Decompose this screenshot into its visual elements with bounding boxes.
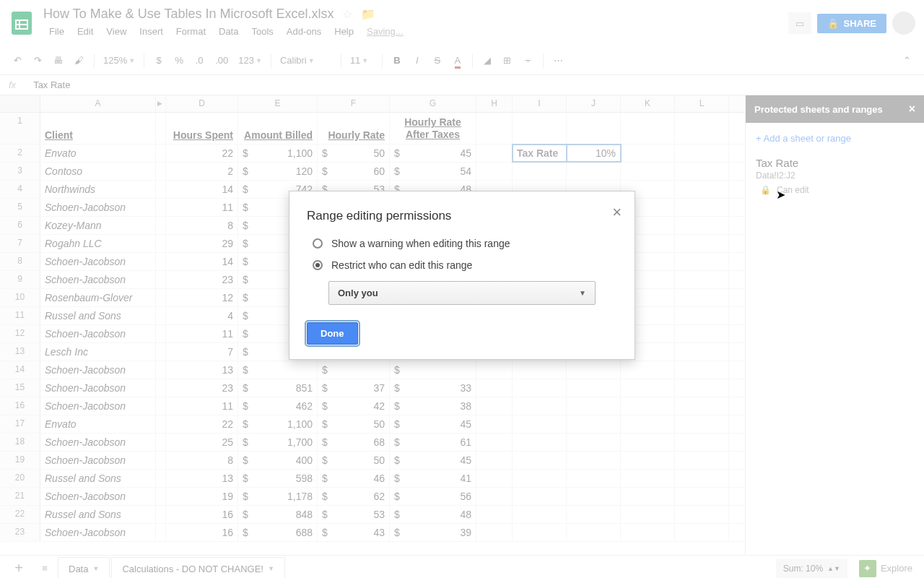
cell[interactable]: $50 — [318, 452, 390, 469]
row-header[interactable]: 5 — [0, 199, 40, 216]
cell[interactable]: $41 — [390, 470, 476, 487]
menu-tools[interactable]: Tools — [245, 23, 279, 40]
column-header-J[interactable]: J — [567, 95, 621, 112]
column-header-K[interactable]: K — [621, 95, 675, 112]
cell[interactable]: Rogahn LLC — [40, 235, 156, 252]
row-header[interactable]: 14 — [0, 361, 40, 379]
cell[interactable]: $1,100 — [238, 144, 318, 162]
decrease-decimal-button[interactable]: .0 — [191, 52, 208, 69]
cell[interactable]: 7 — [166, 343, 238, 361]
cell[interactable]: Schoen-Jacobson — [40, 434, 156, 451]
cell[interactable]: Rosenbaum-Glover — [40, 289, 156, 306]
cell[interactable]: 16 — [166, 506, 238, 523]
cell[interactable]: $ — [390, 361, 476, 379]
cell[interactable]: $45 — [390, 144, 476, 162]
cell[interactable]: $53 — [318, 506, 390, 523]
add-sheet-button[interactable]: + — [6, 560, 32, 577]
all-sheets-button[interactable]: ≡ — [32, 563, 58, 574]
cell[interactable]: $848 — [238, 506, 318, 523]
tax-rate-value-cell[interactable]: 10% — [567, 144, 621, 162]
cell[interactable]: Schoen-Jacobson — [40, 452, 156, 469]
user-avatar[interactable] — [892, 12, 915, 35]
cell[interactable]: 4 — [166, 307, 238, 324]
cell[interactable]: Schoen-Jacobson — [40, 397, 156, 415]
header-after-tax[interactable]: Hourly Rate After Taxes — [390, 113, 476, 144]
menu-insert[interactable]: Insert — [134, 23, 169, 40]
cell[interactable]: $851 — [238, 379, 318, 397]
add-range-button[interactable]: + Add a sheet or range — [756, 133, 914, 144]
percent-button[interactable]: % — [170, 52, 188, 69]
cell[interactable]: $ — [238, 361, 318, 379]
column-header-I[interactable]: I — [513, 95, 567, 112]
menu-file[interactable]: File — [43, 23, 70, 40]
cell[interactable]: $45 — [390, 452, 476, 469]
row-header[interactable]: 12 — [0, 325, 40, 342]
cell[interactable]: $50 — [318, 415, 390, 433]
row-header[interactable]: 16 — [0, 397, 40, 415]
currency-button[interactable]: $ — [150, 52, 167, 69]
font-dropdown[interactable]: Calibri▼ — [277, 52, 335, 69]
cell[interactable]: 25 — [166, 434, 238, 451]
folder-icon[interactable]: 📁 — [361, 7, 375, 21]
cell[interactable]: 14 — [166, 181, 238, 198]
cell[interactable]: $60 — [318, 163, 390, 180]
bold-button[interactable]: B — [388, 52, 406, 69]
cell[interactable]: 13 — [166, 470, 238, 487]
cell[interactable]: 23 — [166, 379, 238, 397]
document-title[interactable]: How To Make & Use Tables In Microsoft Ex… — [43, 7, 334, 22]
cell[interactable]: $42 — [318, 397, 390, 415]
column-header-H[interactable]: H — [476, 95, 513, 112]
cell[interactable]: Schoen-Jacobson — [40, 253, 156, 270]
cell[interactable]: $598 — [238, 470, 318, 487]
cell[interactable]: Schoen-Jacobson — [40, 524, 156, 541]
merge-button[interactable]: ⫟ — [519, 52, 537, 69]
cell[interactable]: 13 — [166, 361, 238, 379]
row-header[interactable]: 2 — [0, 144, 40, 162]
cell[interactable]: 11 — [166, 325, 238, 342]
cell[interactable]: 16 — [166, 524, 238, 541]
protected-range-item[interactable]: Tax Rate Data!I2:J2 🔒 Can edit — [756, 157, 914, 195]
cell[interactable]: Schoen-Jacobson — [40, 271, 156, 288]
cell[interactable]: $38 — [390, 397, 476, 415]
sheet-tab-data[interactable]: Data▼ — [58, 557, 110, 579]
borders-button[interactable]: ⊞ — [499, 52, 516, 69]
collapse-toolbar-button[interactable]: ⌃ — [898, 52, 915, 69]
cell[interactable]: Kozey-Mann — [40, 217, 156, 234]
header-rate[interactable]: Hourly Rate — [318, 113, 390, 144]
cell[interactable]: 19 — [166, 488, 238, 505]
row-header[interactable]: 1 — [0, 113, 40, 144]
more-button[interactable]: ⋯ — [549, 52, 567, 69]
restrict-editor-dropdown[interactable]: Only you▼ — [328, 281, 596, 305]
cell[interactable]: 22 — [166, 144, 238, 162]
cell[interactable]: $1,100 — [238, 415, 318, 433]
cell[interactable]: $120 — [238, 163, 318, 180]
row-header[interactable]: 13 — [0, 343, 40, 361]
row-header[interactable]: 9 — [0, 271, 40, 288]
cell[interactable]: Schoen-Jacobson — [40, 361, 156, 379]
row-header[interactable]: 19 — [0, 452, 40, 469]
share-button[interactable]: 🔒 SHARE — [817, 14, 886, 33]
paint-format-button[interactable]: 🖌 — [70, 52, 88, 69]
increase-decimal-button[interactable]: .00 — [211, 52, 232, 69]
column-header-A[interactable]: A — [40, 95, 156, 112]
cell[interactable]: 22 — [166, 415, 238, 433]
cell[interactable]: $1,178 — [238, 488, 318, 505]
menu-format[interactable]: Format — [170, 23, 212, 40]
cell[interactable]: 11 — [166, 199, 238, 216]
cell[interactable]: 23 — [166, 271, 238, 288]
cell[interactable]: $48 — [390, 506, 476, 523]
row-header[interactable]: 23 — [0, 524, 40, 541]
cell[interactable]: $33 — [390, 379, 476, 397]
formula-value[interactable]: Tax Rate — [33, 79, 70, 90]
cell[interactable]: $400 — [238, 452, 318, 469]
sheet-tab-calculations[interactable]: Calculations - DO NOT CHANGE!▼ — [111, 557, 284, 579]
option-warning[interactable]: Show a warning when editing this range — [307, 238, 617, 249]
cell[interactable]: Schoen-Jacobson — [40, 379, 156, 397]
column-header-E[interactable]: E — [238, 95, 318, 112]
quicksum[interactable]: Sum: 10%▲▼ — [776, 559, 847, 578]
cell[interactable]: $43 — [318, 524, 390, 541]
dialog-close-button[interactable]: × — [612, 203, 622, 222]
option-restrict[interactable]: Restrict who can edit this range — [307, 259, 617, 271]
redo-button[interactable]: ↷ — [29, 52, 46, 69]
column-header-L[interactable]: L — [675, 95, 729, 112]
